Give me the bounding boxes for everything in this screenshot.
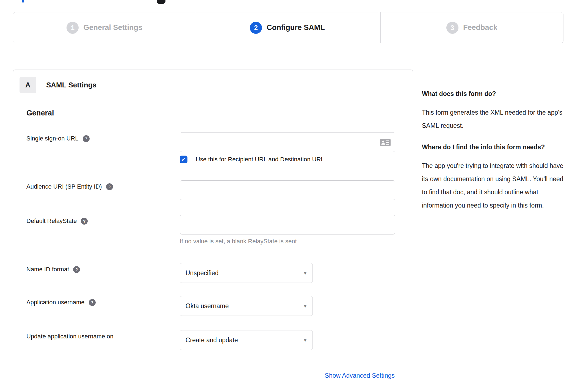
step-number-badge: 3	[446, 22, 458, 34]
sso-url-label: Single sign-on URL	[26, 135, 79, 142]
clipped-header-icon	[157, 0, 165, 4]
field-row-update-username: Update application username on Create an…	[26, 330, 395, 350]
field-row-audience: Audience URI (SP Entity ID) ?	[26, 180, 395, 200]
update-username-label: Update application username on	[26, 333, 114, 340]
step-number-badge: 2	[250, 22, 262, 34]
nameid-format-label: Name ID format	[26, 266, 69, 273]
recipient-url-checkbox[interactable]: ✓	[180, 156, 187, 163]
relaystate-hint: If no value is set, a blank RelayState i…	[180, 238, 395, 245]
audience-uri-input[interactable]	[180, 180, 395, 200]
field-row-nameid: Name ID format ? Unspecified ▾	[26, 263, 395, 283]
audience-uri-label: Audience URI (SP Entity ID)	[26, 183, 102, 190]
chevron-down-icon: ▾	[304, 270, 306, 276]
show-advanced-settings-link[interactable]: Show Advanced Settings	[325, 372, 395, 379]
panel-header: A SAML Settings	[20, 77, 395, 93]
relaystate-input[interactable]	[180, 215, 395, 234]
nameid-format-select[interactable]: Unspecified ▾	[180, 263, 313, 283]
section-title: SAML Settings	[46, 81, 96, 89]
recipient-url-checkbox-label: Use this for Recipient URL and Destinati…	[196, 156, 324, 163]
sidebar-paragraph-what: This form generates the XML needed for t…	[422, 106, 564, 132]
field-row-sso: Single sign-on URL ?	[26, 132, 395, 152]
application-username-label: Application username	[26, 299, 85, 306]
chevron-down-icon: ▾	[304, 303, 306, 309]
help-icon[interactable]: ?	[106, 183, 113, 190]
application-username-select[interactable]: Okta username ▾	[180, 296, 313, 316]
update-username-select[interactable]: Create and update ▾	[180, 330, 313, 350]
clipped-tab-accent	[22, 0, 24, 2]
step-feedback[interactable]: 3 Feedback	[380, 12, 563, 43]
sidebar-heading-where: Where do I find the info this form needs…	[422, 141, 564, 154]
relaystate-label: Default RelayState	[26, 217, 77, 225]
nameid-format-value: Unspecified	[186, 269, 219, 277]
help-icon[interactable]: ?	[89, 299, 96, 306]
sso-url-input[interactable]	[180, 132, 395, 152]
step-configure-saml[interactable]: 2 Configure SAML	[196, 12, 379, 43]
group-heading-general: General	[26, 109, 395, 117]
application-username-value: Okta username	[186, 302, 229, 310]
update-username-value: Create and update	[186, 336, 238, 344]
contact-card-icon[interactable]	[380, 139, 391, 146]
wizard-stepper: 1 General Settings 2 Configure SAML 3 Fe…	[13, 12, 563, 43]
help-icon[interactable]: ?	[73, 266, 80, 273]
section-badge: A	[20, 77, 36, 93]
chevron-down-icon: ▾	[304, 337, 306, 343]
recipient-url-checkbox-row: ✓ Use this for Recipient URL and Destina…	[180, 156, 395, 163]
page: 1 General Settings 2 Configure SAML 3 Fe…	[0, 0, 575, 392]
advanced-settings-row: Show Advanced Settings	[26, 372, 395, 379]
help-icon[interactable]: ?	[81, 218, 88, 225]
step-label: General Settings	[83, 23, 142, 32]
saml-settings-panel: A SAML Settings General Single sign-on U…	[13, 70, 413, 392]
sidebar-heading-what: What does this form do?	[422, 87, 564, 100]
help-icon[interactable]: ?	[83, 135, 90, 142]
field-row-appusername: Application username ? Okta username ▾	[26, 296, 395, 316]
sidebar-paragraph-where: The app you're trying to integrate with …	[422, 159, 564, 212]
field-row-relaystate: Default RelayState ?	[26, 215, 395, 234]
step-label: Configure SAML	[267, 23, 325, 32]
step-general-settings[interactable]: 1 General Settings	[13, 12, 196, 43]
step-number-badge: 1	[67, 22, 79, 34]
step-label: Feedback	[463, 23, 497, 32]
help-sidebar: What does this form do? This form genera…	[422, 87, 564, 212]
